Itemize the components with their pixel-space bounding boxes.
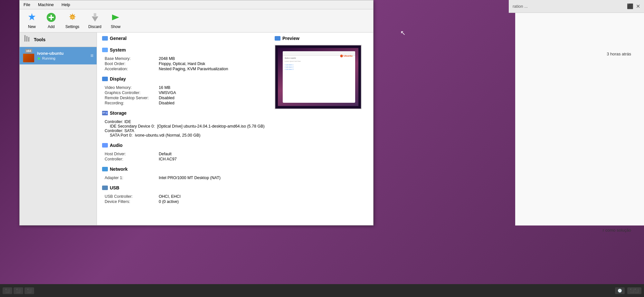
- vm-status-text: Running: [42, 56, 55, 60]
- tools-header: Tools: [20, 33, 97, 47]
- audio-title: Audio: [110, 143, 123, 148]
- vm-thumbnail: [23, 53, 34, 62]
- discard-button[interactable]: Discard: [84, 11, 105, 30]
- timestamp: 3 horas atrás: [607, 52, 631, 56]
- remote-desktop-value: Disabled: [159, 96, 275, 100]
- system-header: System: [102, 47, 275, 54]
- right-panel-icon2[interactable]: ✕: [636, 3, 640, 9]
- display-info: Video Memory: 16 MB Graphics Controller:…: [105, 85, 275, 105]
- preview-header: Preview: [275, 36, 368, 42]
- add-label: Add: [48, 24, 54, 29]
- menu-bar: File Machine Help: [20, 0, 373, 9]
- network-section: Network Adapter 1: Intel PRO/1000 MT Des…: [102, 167, 368, 180]
- device-filters-label: Device Filters:: [105, 199, 156, 204]
- taskbar-clock[interactable]: 🕐: [615, 287, 625, 294]
- menu-file[interactable]: File: [22, 2, 32, 8]
- controller-ide-label: Controller: IDE: [105, 120, 368, 124]
- top-sections: General System Base Memory: 2048 MB Boot…: [102, 36, 368, 110]
- taskbar-item-2[interactable]: ⬛: [14, 287, 23, 294]
- settings-label: Settings: [65, 24, 79, 29]
- vm-menu-icon[interactable]: ≡: [90, 53, 93, 59]
- audio-section: Audio Host Driver: Default Controller: I…: [102, 143, 368, 161]
- usb-header: USB: [102, 185, 368, 192]
- system-section: System Base Memory: 2048 MB Boot Order: …: [102, 47, 275, 71]
- usb-icon: [102, 186, 108, 190]
- settings-icon: [68, 13, 77, 24]
- host-driver-label: Host Driver:: [105, 152, 156, 156]
- general-header: General: [102, 36, 275, 42]
- add-button[interactable]: Add: [42, 11, 60, 30]
- vm-status: ➤ Running: [37, 56, 88, 61]
- network-info: Adapter 1: Intel PRO/1000 MT Desktop (NA…: [105, 176, 368, 180]
- svg-rect-9: [24, 36, 25, 42]
- svg-rect-14: [28, 37, 30, 38]
- host-driver-value: Default: [159, 152, 368, 156]
- add-icon: [46, 13, 56, 24]
- svg-rect-7: [94, 13, 96, 17]
- vm-list-item[interactable]: x64 ivone-ubuntu ➤ Running ≡: [20, 47, 97, 64]
- preview-title: Preview: [282, 36, 299, 41]
- graphics-controller-label: Graphics Controller:: [105, 91, 156, 95]
- usb-title: USB: [110, 185, 119, 190]
- usb-controller-value: OHCI, EHCI: [159, 194, 368, 199]
- preview-window-body: Ajuda e suporte Lorem ipsum text lines •…: [283, 56, 355, 72]
- settings-button[interactable]: Settings: [62, 11, 83, 30]
- audio-info: Host Driver: Default Controller: ICH AC9…: [105, 152, 368, 161]
- preview-window: Ajuda e suporte Lorem ipsum text lines •…: [283, 51, 355, 103]
- network-icon: [102, 167, 108, 171]
- svg-marker-8: [112, 14, 119, 20]
- vm-name: ivone-ubuntu: [37, 51, 88, 56]
- show-button[interactable]: Show: [107, 11, 125, 30]
- controller-sata-label: Controller: SATA: [105, 129, 368, 133]
- svg-rect-18: [102, 113, 105, 114]
- audio-controller-label: Controller:: [105, 157, 156, 161]
- display-header: Display: [102, 76, 275, 83]
- recording-value: Disabled: [159, 101, 275, 105]
- menu-machine[interactable]: Machine: [37, 2, 55, 8]
- general-icon: [102, 36, 108, 41]
- recording-label: Recording:: [105, 101, 156, 105]
- toolbar: New Add Settings: [20, 9, 373, 33]
- taskbar-item-3[interactable]: ⬛: [24, 287, 34, 294]
- audio-icon: [102, 143, 108, 148]
- system-icon: [102, 48, 108, 52]
- storage-sata-row: SATA Port 0: ivone-ubuntu.vdi (Normal, 2…: [110, 133, 368, 138]
- general-title: General: [110, 36, 127, 41]
- svg-rect-11: [28, 38, 29, 42]
- preview-box[interactable]: Ajuda e suporte Lorem ipsum text lines •…: [275, 45, 362, 109]
- discard-label: Discard: [88, 24, 101, 29]
- svg-point-5: [71, 16, 74, 19]
- boot-order-value: Floppy, Optical, Hard Disk: [159, 62, 275, 66]
- preview-icon: [275, 36, 280, 41]
- preview-section: Preview Ajuda e suporte Lorem ipsum text…: [275, 36, 368, 110]
- tools-icon: [24, 35, 31, 44]
- sidebar: Tools x64 ivone-ubuntu ➤ Running ≡: [20, 33, 97, 225]
- right-panel-bg: [515, 0, 644, 225]
- storage-title: Storage: [110, 110, 127, 116]
- sata-port-value: ivone-ubuntu.vdi (Normal, 25.00 GB): [135, 133, 201, 138]
- show-icon: [111, 13, 120, 24]
- menu-help[interactable]: Help: [60, 2, 71, 8]
- audio-controller-value: ICH AC97: [159, 157, 368, 161]
- detail-panel: General System Base Memory: 2048 MB Boot…: [97, 33, 373, 225]
- right-panel-icon1[interactable]: ⬛: [627, 3, 633, 9]
- display-section: Display Video Memory: 16 MB Graphics Con…: [102, 76, 275, 105]
- ide-secondary-label: IDE Secondary Device 0:: [110, 124, 155, 129]
- mouse-cursor: ↖: [400, 29, 406, 37]
- display-icon: [102, 77, 108, 81]
- right-panel-controls: ⬛ ✕: [627, 3, 640, 9]
- acceleration-label: Acceleration:: [105, 67, 156, 71]
- svg-rect-17: [102, 112, 105, 113]
- new-button[interactable]: New: [23, 11, 41, 30]
- video-memory-label: Video Memory:: [105, 85, 156, 90]
- taskbar-systray[interactable]: ⬛⬛: [627, 287, 641, 294]
- boot-order-label: Boot Order:: [105, 62, 156, 66]
- taskbar-item-1[interactable]: ⬛: [3, 287, 12, 294]
- main-area: Tools x64 ivone-ubuntu ➤ Running ≡: [20, 33, 373, 225]
- device-filters-value: 0 (0 active): [159, 199, 368, 204]
- vm-arch-badge: x64: [25, 49, 32, 53]
- display-title: Display: [110, 76, 126, 81]
- svg-marker-0: [28, 13, 35, 20]
- svg-marker-6: [92, 16, 98, 22]
- new-icon: [27, 13, 37, 24]
